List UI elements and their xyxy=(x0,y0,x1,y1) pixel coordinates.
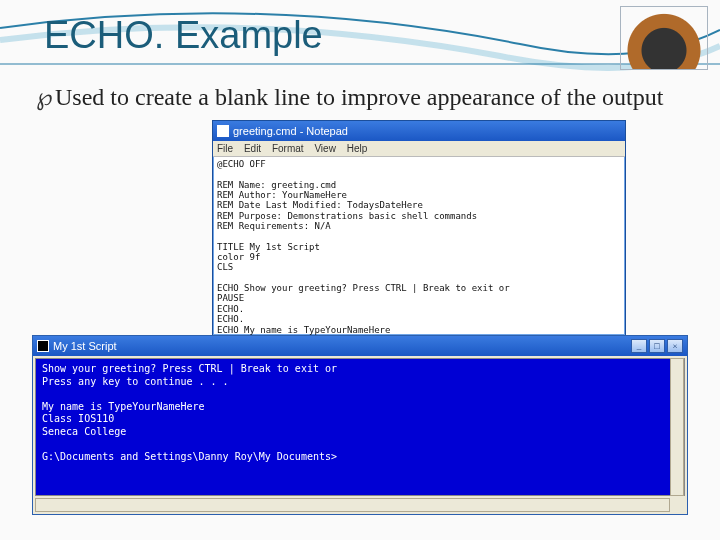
cmd-titlebar[interactable]: My 1st Script _ □ × xyxy=(33,336,687,356)
cmd-vscrollbar[interactable] xyxy=(670,358,684,496)
cmd-hscrollbar[interactable] xyxy=(35,498,670,512)
menu-view[interactable]: View xyxy=(314,143,336,154)
cmd-content[interactable]: Show your greeting? Press CTRL | Break t… xyxy=(35,358,685,496)
close-button[interactable]: × xyxy=(667,339,683,353)
notepad-menubar[interactable]: File Edit Format View Help xyxy=(213,141,625,157)
window-buttons: _ □ × xyxy=(631,339,683,353)
menu-format[interactable]: Format xyxy=(272,143,304,154)
cmd-icon xyxy=(37,340,49,352)
cmd-window: My 1st Script _ □ × Show your greeting? … xyxy=(32,335,688,515)
notepad-window: greeting.cmd - Notepad File Edit Format … xyxy=(212,120,626,336)
slide-title: ECHO. Example xyxy=(44,14,323,57)
menu-help[interactable]: Help xyxy=(347,143,368,154)
notepad-content[interactable]: @ECHO OFF REM Name: greeting.cmd REM Aut… xyxy=(213,157,625,335)
minimize-button[interactable]: _ xyxy=(631,339,647,353)
cmd-title: My 1st Script xyxy=(53,336,117,356)
bullet-icon: ℘ xyxy=(36,84,53,110)
maximize-button[interactable]: □ xyxy=(649,339,665,353)
notepad-icon xyxy=(217,125,229,137)
menu-edit[interactable]: Edit xyxy=(244,143,261,154)
notepad-title: greeting.cmd - Notepad xyxy=(233,121,348,141)
slide-bullet: ℘Used to create a blank line to improve … xyxy=(36,82,692,112)
notepad-titlebar[interactable]: greeting.cmd - Notepad xyxy=(213,121,625,141)
bullet-text: Used to create a blank line to improve a… xyxy=(55,84,663,110)
corner-logo xyxy=(620,6,708,70)
menu-file[interactable]: File xyxy=(217,143,233,154)
